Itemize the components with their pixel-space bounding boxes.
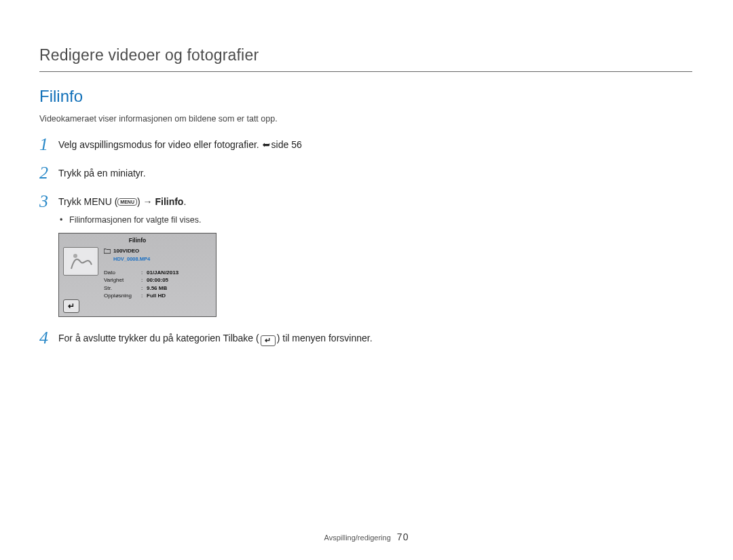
intro-text: Videokameraet viser informasjonen om bil… bbox=[39, 114, 692, 124]
info-row: Str. : 9.56 MB bbox=[104, 284, 212, 292]
step-number: 1 bbox=[39, 136, 58, 153]
step-text: . bbox=[183, 196, 186, 207]
step-text: Trykk på en miniatyr. bbox=[58, 168, 146, 179]
step-text: ) til menyen forsvinner. bbox=[277, 333, 373, 343]
step-number: 2 bbox=[39, 164, 58, 182]
step-text: Velg avspillingsmodus for video eller fo… bbox=[58, 139, 262, 150]
step-body: Velg avspillingsmodus for video eller fo… bbox=[58, 136, 302, 151]
step-number: 4 bbox=[39, 329, 58, 347]
arrow-right-icon: → bbox=[143, 196, 153, 207]
step-4: 4 For å avslutte trykker du på kategorie… bbox=[39, 329, 692, 347]
bullet-text: Filinformasjonen for valgte fil vises. bbox=[69, 214, 202, 226]
step-1: 1 Velg avspillingsmodus for video eller … bbox=[39, 136, 692, 153]
lcd-right-column: 100VIDEO HDV_0008.MP4 Dato : 01/JAN/2013 bbox=[104, 247, 212, 317]
step-text: Trykk MENU ( bbox=[58, 196, 117, 207]
info-value: 9.56 MB bbox=[147, 284, 212, 292]
page-ref-arrow-icon: ➥ bbox=[262, 138, 270, 151]
info-colon: : bbox=[141, 269, 147, 276]
back-arrow-icon: ↵ bbox=[68, 301, 75, 312]
info-value: 01/JAN/2013 bbox=[147, 269, 212, 276]
info-label: Varighet bbox=[104, 276, 141, 284]
page-footer: Avspilling/redigering 70 bbox=[0, 531, 733, 542]
step-body: Trykk på en miniatyr. bbox=[58, 164, 146, 180]
info-label: Str. bbox=[104, 284, 141, 292]
info-label: Dato bbox=[104, 269, 141, 276]
lcd-screenshot: Filinfo ↵ bbox=[58, 233, 217, 317]
info-colon: : bbox=[141, 292, 147, 299]
info-colon: : bbox=[141, 284, 147, 292]
folder-icon bbox=[104, 248, 111, 254]
page-ref: side 56 bbox=[271, 139, 302, 150]
folder-name: 100VIDEO bbox=[113, 247, 139, 255]
step-text: For å avslutte trykker du på kategorien … bbox=[58, 333, 259, 343]
step-bold: Filinfo bbox=[153, 196, 184, 207]
footer-page-number: 70 bbox=[397, 531, 409, 542]
footer-chapter: Avspilling/redigering bbox=[324, 534, 391, 542]
info-label: Oppløsning bbox=[104, 292, 141, 299]
thumbnail-image-icon bbox=[67, 250, 94, 273]
info-value: 00:00:05 bbox=[147, 276, 212, 284]
lcd-body: ↵ 100VIDEO HDV_0008.MP4 Dato bbox=[59, 247, 216, 317]
step-number: 3 bbox=[39, 193, 58, 210]
bullet-icon: • bbox=[58, 214, 69, 226]
bullet-line: • Filinformasjonen for valgte fil vises. bbox=[58, 214, 217, 226]
folder-line: 100VIDEO bbox=[104, 247, 212, 255]
info-row: Dato : 01/JAN/2013 bbox=[104, 269, 212, 276]
info-row: Oppløsning : Full HD bbox=[104, 292, 212, 299]
step-body: Trykk MENU (MENU) → Filinfo. • Filinform… bbox=[58, 193, 217, 317]
step-2: 2 Trykk på en miniatyr. bbox=[39, 164, 692, 182]
menu-icon: MENU bbox=[117, 198, 137, 206]
step-text: ) bbox=[137, 196, 143, 207]
file-name: HDV_0008.MP4 bbox=[113, 256, 212, 263]
step-list: 1 Velg avspillingsmodus for video eller … bbox=[39, 136, 692, 347]
svg-point-1 bbox=[73, 254, 77, 258]
step-body: For å avslutte trykker du på kategorien … bbox=[58, 329, 373, 346]
lcd-title: Filinfo bbox=[59, 234, 216, 246]
info-colon: : bbox=[141, 276, 147, 284]
thumbnail bbox=[63, 247, 98, 276]
section-title: Redigere videoer og fotografier bbox=[39, 46, 692, 72]
back-arrow-icon: ↵ bbox=[261, 335, 276, 346]
step-3: 3 Trykk MENU (MENU) → Filinfo. • Filinfo… bbox=[39, 193, 692, 317]
back-button: ↵ bbox=[63, 299, 79, 313]
lcd-left-column: ↵ bbox=[63, 247, 100, 317]
subsection-title: Filinfo bbox=[39, 87, 692, 106]
info-table: Dato : 01/JAN/2013 Varighet : 00:00:05 bbox=[104, 269, 212, 299]
info-value: Full HD bbox=[147, 292, 212, 299]
info-row: Varighet : 00:00:05 bbox=[104, 276, 212, 284]
